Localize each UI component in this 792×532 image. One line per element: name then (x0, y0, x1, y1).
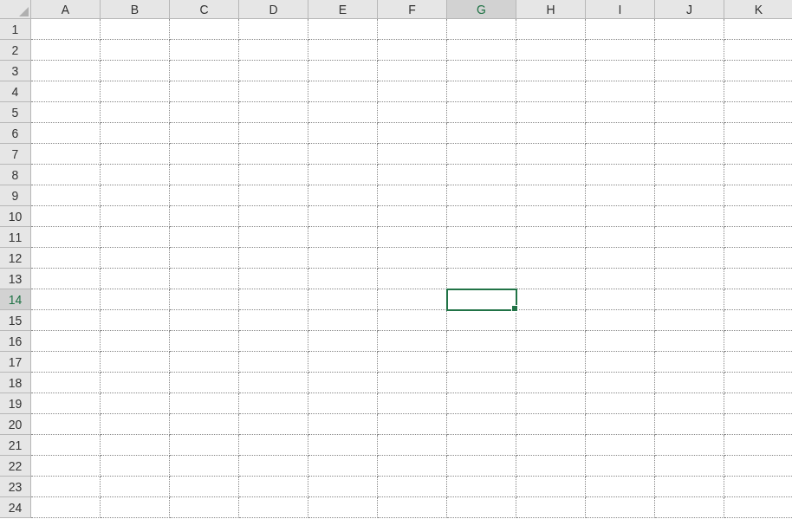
cell[interactable] (101, 144, 170, 165)
cell[interactable] (239, 165, 308, 185)
cell[interactable] (724, 373, 792, 393)
cell[interactable] (308, 310, 378, 331)
cell[interactable] (447, 165, 516, 185)
cell[interactable] (586, 269, 655, 289)
cell[interactable] (586, 61, 655, 81)
cell[interactable] (239, 269, 308, 289)
cell[interactable] (170, 310, 239, 331)
cell[interactable] (586, 477, 655, 497)
cell[interactable] (170, 477, 239, 497)
cell[interactable] (724, 248, 792, 269)
spreadsheet-grid[interactable]: ABCDEFGHIJK12345678910111213141516171819… (0, 0, 792, 518)
cell[interactable] (308, 185, 378, 206)
cell[interactable] (655, 435, 724, 456)
cell[interactable] (724, 61, 792, 81)
cell[interactable] (586, 102, 655, 123)
cell[interactable] (586, 497, 655, 518)
cell[interactable] (516, 144, 586, 165)
row-header[interactable]: 19 (0, 393, 31, 414)
cell[interactable] (516, 289, 586, 310)
cell[interactable] (101, 248, 170, 269)
cell[interactable] (170, 497, 239, 518)
cell[interactable] (239, 206, 308, 227)
cell[interactable] (724, 227, 792, 248)
cell[interactable] (655, 206, 724, 227)
cell[interactable] (378, 81, 447, 102)
row-header[interactable]: 13 (0, 269, 31, 289)
cell[interactable] (724, 310, 792, 331)
cell[interactable] (170, 456, 239, 477)
cell[interactable] (378, 393, 447, 414)
cell[interactable] (308, 352, 378, 373)
row-header[interactable]: 4 (0, 81, 31, 102)
cell[interactable] (378, 373, 447, 393)
cell[interactable] (378, 144, 447, 165)
cell[interactable] (170, 289, 239, 310)
cell[interactable] (655, 81, 724, 102)
cell[interactable] (724, 144, 792, 165)
cell[interactable] (308, 123, 378, 144)
column-header[interactable]: C (170, 0, 239, 19)
cell[interactable] (724, 40, 792, 61)
cell[interactable] (655, 414, 724, 435)
cell[interactable] (447, 40, 516, 61)
cell[interactable] (31, 123, 101, 144)
cell[interactable] (239, 123, 308, 144)
cell[interactable] (447, 456, 516, 477)
row-header[interactable]: 9 (0, 185, 31, 206)
row-header[interactable]: 18 (0, 373, 31, 393)
cell[interactable] (101, 123, 170, 144)
row-header[interactable]: 16 (0, 331, 31, 352)
cell[interactable] (586, 456, 655, 477)
cell[interactable] (447, 414, 516, 435)
cell[interactable] (170, 165, 239, 185)
cell[interactable] (378, 352, 447, 373)
cell[interactable] (239, 497, 308, 518)
cell[interactable] (516, 456, 586, 477)
cell[interactable] (308, 40, 378, 61)
cell[interactable] (586, 352, 655, 373)
cell[interactable] (101, 352, 170, 373)
cell[interactable] (31, 331, 101, 352)
cell[interactable] (724, 435, 792, 456)
cell[interactable] (516, 206, 586, 227)
cell[interactable] (586, 414, 655, 435)
cell[interactable] (586, 331, 655, 352)
cell[interactable] (724, 497, 792, 518)
cell[interactable] (516, 414, 586, 435)
row-header[interactable]: 12 (0, 248, 31, 269)
cell[interactable] (239, 331, 308, 352)
cell[interactable] (655, 352, 724, 373)
cell[interactable] (170, 81, 239, 102)
cell[interactable] (31, 352, 101, 373)
cell[interactable] (447, 19, 516, 40)
cell[interactable] (308, 477, 378, 497)
cell[interactable] (101, 310, 170, 331)
cell[interactable] (586, 310, 655, 331)
cell[interactable] (655, 456, 724, 477)
cell[interactable] (31, 102, 101, 123)
column-header[interactable]: G (447, 0, 516, 19)
cell[interactable] (655, 227, 724, 248)
cell[interactable] (378, 456, 447, 477)
cell[interactable] (447, 61, 516, 81)
cell[interactable] (655, 393, 724, 414)
cell[interactable] (378, 497, 447, 518)
column-header[interactable]: B (101, 0, 170, 19)
cell[interactable] (170, 269, 239, 289)
column-header[interactable]: F (378, 0, 447, 19)
cell[interactable] (170, 40, 239, 61)
cell[interactable] (655, 61, 724, 81)
cell[interactable] (655, 144, 724, 165)
cell[interactable] (170, 102, 239, 123)
cell[interactable] (170, 227, 239, 248)
cell[interactable] (586, 40, 655, 61)
cell[interactable] (586, 289, 655, 310)
cell[interactable] (724, 19, 792, 40)
cell[interactable] (101, 81, 170, 102)
cell[interactable] (170, 331, 239, 352)
cell[interactable] (516, 185, 586, 206)
cell[interactable] (447, 477, 516, 497)
cell[interactable] (378, 269, 447, 289)
cell[interactable] (170, 414, 239, 435)
